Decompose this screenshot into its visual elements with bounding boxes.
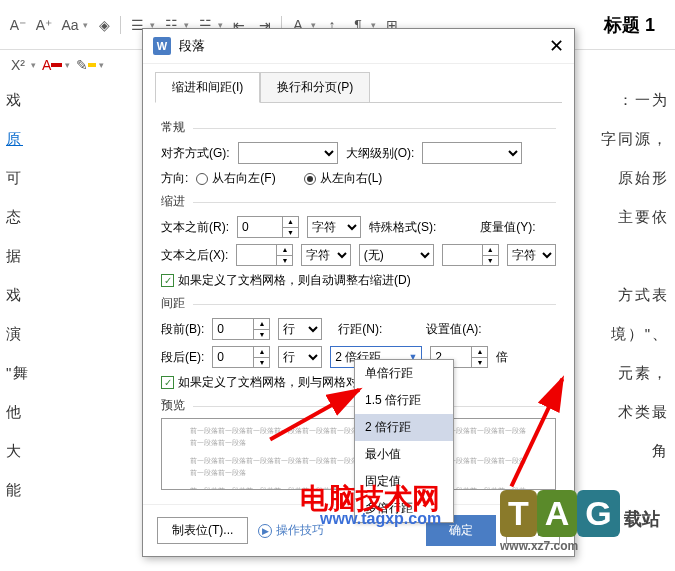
measure-input[interactable]: ▲▼ — [442, 244, 499, 266]
after-text-input[interactable]: ▲▼ — [236, 244, 293, 266]
option-single[interactable]: 单倍行距 — [355, 360, 453, 387]
highlight-icon[interactable]: ✎ — [76, 55, 96, 75]
label-after-text: 文本之后(X): — [161, 247, 228, 264]
label-before-text: 文本之前(R): — [161, 219, 229, 236]
before-para-unit[interactable]: 行 — [278, 318, 322, 340]
change-case-icon[interactable]: Aa — [60, 15, 80, 35]
play-icon: ▶ — [258, 524, 272, 538]
label-before-para: 段前(B): — [161, 321, 204, 338]
wps-icon: W — [153, 37, 171, 55]
label-set-value: 设置值(A): — [426, 321, 481, 338]
doc-link[interactable]: 原 — [6, 130, 23, 147]
label-line-spacing: 行距(N): — [338, 321, 382, 338]
option-one-half[interactable]: 1.5 倍行距 — [355, 387, 453, 414]
close-icon[interactable]: ✕ — [549, 35, 564, 57]
before-para-input[interactable]: 0▲▼ — [212, 318, 270, 340]
option-double[interactable]: 2 倍行距 — [355, 414, 453, 441]
outline-select[interactable] — [422, 142, 522, 164]
measure-unit[interactable]: 字符 — [507, 244, 556, 266]
after-text-unit[interactable]: 字符 — [301, 244, 350, 266]
tabs-button[interactable]: 制表位(T)... — [157, 517, 248, 544]
font-color-icon[interactable]: A — [42, 55, 62, 75]
option-min[interactable]: 最小值 — [355, 441, 453, 468]
label-after-para: 段后(E): — [161, 349, 204, 366]
option-fixed[interactable]: 固定值 — [355, 468, 453, 495]
label-outline: 大纲级别(O): — [346, 145, 415, 162]
label-times-unit: 倍 — [496, 349, 508, 366]
tab-pagebreak[interactable]: 换行和分页(P) — [260, 72, 370, 102]
radio-rtl[interactable]: 从右向左(F) — [196, 170, 275, 187]
before-text-unit[interactable]: 字符 — [307, 216, 361, 238]
special-select[interactable]: (无) — [359, 244, 434, 266]
check-icon: ✓ — [161, 274, 174, 287]
cancel-button[interactable]: 取消 — [506, 517, 560, 544]
radio-ltr[interactable]: 从左向右(L) — [304, 170, 383, 187]
dialog-title: 段落 — [179, 37, 205, 55]
label-alignment: 对齐方式(G): — [161, 145, 230, 162]
before-text-input[interactable]: 0▲▼ — [237, 216, 299, 238]
alignment-select[interactable] — [238, 142, 338, 164]
group-spacing: 间距 — [161, 295, 556, 312]
clear-format-icon[interactable]: ◈ — [94, 15, 114, 35]
font-decrease-icon[interactable]: A⁻ — [8, 15, 28, 35]
radio-icon — [304, 173, 316, 185]
label-measure: 度量值(Y): — [480, 219, 535, 236]
radio-icon — [196, 173, 208, 185]
label-special: 特殊格式(S): — [369, 219, 436, 236]
label-direction: 方向: — [161, 170, 188, 187]
after-para-input[interactable]: 0▲▼ — [212, 346, 270, 368]
dialog-titlebar: W 段落 ✕ — [143, 29, 574, 64]
style-title[interactable]: 标题 1 — [604, 13, 667, 37]
option-multiple[interactable]: 多倍行距 — [355, 495, 453, 522]
line-spacing-dropdown: 单倍行距 1.5 倍行距 2 倍行距 最小值 固定值 多倍行距 — [354, 359, 454, 523]
group-indent: 缩进 — [161, 193, 556, 210]
checkbox-grid-align[interactable]: ✓ 如果定义了文档网格，则与网格对 — [161, 374, 358, 391]
tips-link[interactable]: ▶ 操作技巧 — [258, 522, 324, 539]
checkbox-grid-indent[interactable]: ✓ 如果定义了文档网格，则自动调整右缩进(D) — [161, 272, 411, 289]
tab-indent[interactable]: 缩进和间距(I) — [155, 72, 260, 103]
superscript-icon[interactable]: X² — [8, 55, 28, 75]
font-increase-icon[interactable]: A⁺ — [34, 15, 54, 35]
after-para-unit[interactable]: 行 — [278, 346, 322, 368]
group-general: 常规 — [161, 119, 556, 136]
check-icon: ✓ — [161, 376, 174, 389]
